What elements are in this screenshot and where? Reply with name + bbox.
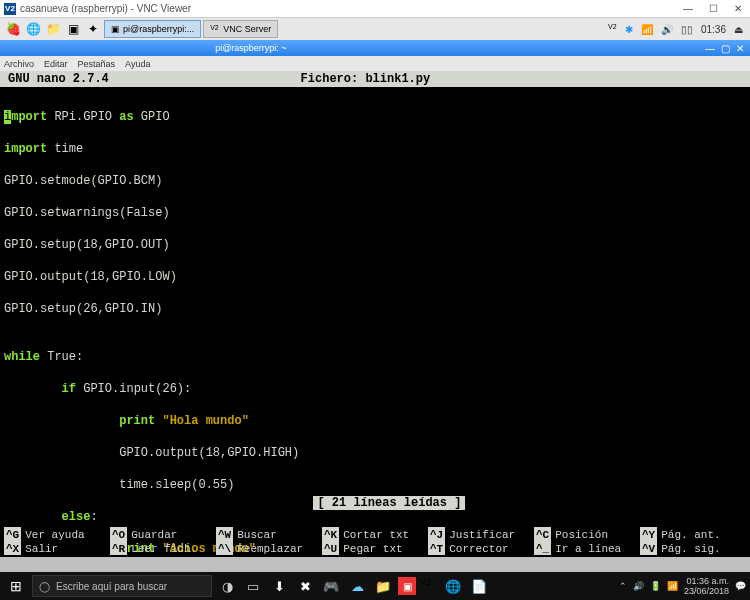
- menu-archivo[interactable]: Archivo: [4, 59, 34, 69]
- tray-wifi-icon[interactable]: 📶: [638, 24, 656, 35]
- nano-header: GNU nano 2.7.4 Fichero: blink1.py: [0, 71, 750, 87]
- search-box[interactable]: ◯ Escribe aquí para buscar: [32, 575, 212, 597]
- terminal-close-button[interactable]: ✕: [736, 43, 744, 54]
- task-label: VNC Server: [223, 24, 271, 34]
- notifications-icon[interactable]: 💬: [735, 581, 746, 591]
- tb-doc-icon[interactable]: 📄: [468, 575, 490, 597]
- terminal-launcher-icon[interactable]: ▣: [64, 20, 82, 38]
- nano-shortcut: ^YPág. ant.: [640, 527, 746, 541]
- browser-icon[interactable]: 🌐: [24, 20, 42, 38]
- taskview-icon[interactable]: ◑: [216, 575, 238, 597]
- start-button[interactable]: ⊞: [4, 574, 28, 598]
- terminal-titlebar: pi@raspberrypi: ~ — ▢ ✕: [0, 40, 750, 56]
- nano-shortcut: ^GVer ayuda: [4, 527, 110, 541]
- vnc-maximize-button[interactable]: ☐: [709, 3, 718, 14]
- terminal-minimize-button[interactable]: —: [705, 43, 715, 54]
- taskbar-item-terminal[interactable]: ▣ pi@raspberrypi:...: [104, 20, 201, 38]
- menu-pestanas[interactable]: Pestañas: [78, 59, 116, 69]
- nano-status: [ 21 líneas leídas ]: [0, 479, 750, 527]
- nano-shortcut: ^JJustificar: [428, 527, 534, 541]
- nano-shortcut: ^CPosición: [534, 527, 640, 541]
- nano-shortcut: ^WBuscar: [216, 527, 322, 541]
- task-vnc-icon: V2: [210, 24, 220, 34]
- menu-editar[interactable]: Editar: [44, 59, 68, 69]
- vnc-window-title: casanueva (raspberrypi) - VNC Viewer: [20, 3, 191, 14]
- nano-editor[interactable]: import RPi.GPIO as GPIO import time GPIO…: [0, 87, 750, 557]
- taskbar-item-vncserver[interactable]: V2 VNC Server: [203, 20, 278, 38]
- tray-volume-icon[interactable]: 🔊: [658, 24, 676, 35]
- search-placeholder: Escribe aquí para buscar: [56, 581, 167, 592]
- nano-shortcut: ^_Ir a línea: [534, 541, 640, 555]
- tb-dropbox-icon[interactable]: ⬇: [268, 575, 290, 597]
- nano-shortcut: ^\Reemplazar: [216, 541, 322, 555]
- tb-explorer-icon[interactable]: 📁: [372, 575, 394, 597]
- menu-raspberry-icon[interactable]: 🍓: [4, 20, 22, 38]
- tray-bluetooth-icon[interactable]: ✱: [622, 24, 636, 35]
- tray-vnc-icon[interactable]: V2: [608, 23, 620, 35]
- tray-cpu-icon[interactable]: ▯▯: [678, 24, 696, 35]
- windows-clock[interactable]: 01:36 a.m. 23/06/2018: [684, 576, 729, 596]
- terminal-menubar: Archivo Editar Pestañas Ayuda: [0, 56, 750, 71]
- tray-up-icon[interactable]: ⌃: [619, 581, 627, 591]
- nano-shortcut: ^TCorrector: [428, 541, 534, 555]
- tb-chrome-icon[interactable]: 🌐: [442, 575, 464, 597]
- nano-shortcuts: ^GVer ayuda^OGuardar^WBuscar^KCortar txt…: [0, 527, 750, 557]
- nano-shortcut: ^KCortar txt: [322, 527, 428, 541]
- vnc-titlebar: V2 casanueva (raspberrypi) - VNC Viewer …: [0, 0, 750, 18]
- tb-vncviewer-icon[interactable]: V2: [420, 577, 438, 595]
- nano-filename: Fichero: blink1.py: [301, 72, 431, 86]
- vnc-logo-icon: V2: [4, 3, 16, 15]
- vnc-minimize-button[interactable]: —: [683, 3, 693, 14]
- tray-clock[interactable]: 01:36: [698, 24, 729, 35]
- tb-icon-1[interactable]: ▭: [242, 575, 264, 597]
- nano-shortcut: ^XSalir: [4, 541, 110, 555]
- nano-shortcut: ^OGuardar: [110, 527, 216, 541]
- menu-ayuda[interactable]: Ayuda: [125, 59, 150, 69]
- vnc-close-button[interactable]: ✕: [734, 3, 742, 14]
- tb-close-icon[interactable]: ✖: [294, 575, 316, 597]
- windows-tray: ⌃ 🔊 🔋 📶 01:36 a.m. 23/06/2018 💬: [619, 576, 746, 596]
- tray-vol-icon[interactable]: 🔊: [633, 581, 644, 591]
- tray-batt-icon[interactable]: 🔋: [650, 581, 661, 591]
- task-icon: ▣: [111, 24, 120, 34]
- nano-version: GNU nano 2.7.4: [8, 72, 109, 86]
- raspbian-panel: 🍓 🌐 📁 ▣ ✦ ▣ pi@raspberrypi:... V2 VNC Se…: [0, 18, 750, 40]
- nano-shortcut: ^VPág. sig.: [640, 541, 746, 555]
- filemanager-icon[interactable]: 📁: [44, 20, 62, 38]
- task-label: pi@raspberrypi:...: [123, 24, 194, 34]
- tray-eject-icon[interactable]: ⏏: [731, 24, 746, 35]
- terminal-title: pi@raspberrypi: ~: [215, 43, 286, 53]
- tb-xbox-icon[interactable]: 🎮: [320, 575, 342, 597]
- nano-shortcut: ^UPegar txt: [322, 541, 428, 555]
- nano-shortcut: ^RLeer fich.: [110, 541, 216, 555]
- tb-app-icon[interactable]: ▣: [398, 577, 416, 595]
- terminal-maximize-button[interactable]: ▢: [721, 43, 730, 54]
- windows-taskbar: ⊞ ◯ Escribe aquí para buscar ◑ ▭ ⬇ ✖ 🎮 ☁…: [0, 572, 750, 600]
- cortana-icon: ◯: [39, 581, 50, 592]
- app-launcher-icon[interactable]: ✦: [84, 20, 102, 38]
- tb-cloud-icon[interactable]: ☁: [346, 575, 368, 597]
- tray-net-icon[interactable]: 📶: [667, 581, 678, 591]
